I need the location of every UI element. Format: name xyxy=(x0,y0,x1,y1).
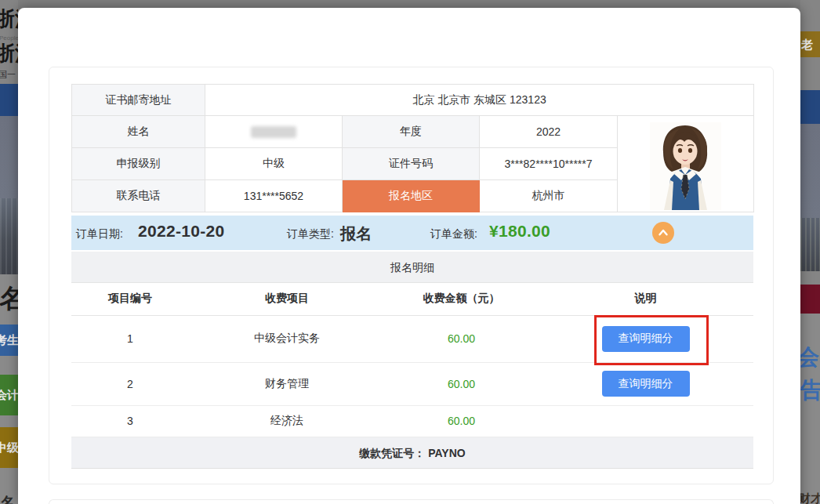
bg-nav-band xyxy=(0,84,18,116)
name-value xyxy=(205,116,343,148)
bg-blue-text-2: 告 xyxy=(800,379,820,401)
name-label: 姓名 xyxy=(72,116,205,148)
screen: 浙江 People 浙江 国一 名 考生 会计 中级 名 老 国会 告 财才 xyxy=(0,0,820,504)
bg-content-area-right: 国会 告 财才 xyxy=(800,314,820,504)
chevron-up-icon xyxy=(656,226,670,240)
bg-gray-strip-right xyxy=(800,271,820,285)
level-label: 申报级别 xyxy=(72,148,205,180)
order-amount-label: 订单金额: xyxy=(430,227,477,241)
fee-detail-table: 项目编号 收费项目 收费金额（元） 说明 1 中级会计实务 60.00 查询明细… xyxy=(71,283,753,437)
bg-header-area-right xyxy=(800,0,820,31)
id-number-value: 3***82****10*****7 xyxy=(480,148,618,180)
col-fee-amount: 收费金额（元） xyxy=(385,283,538,315)
background-left-strip: 浙江 People 浙江 国一 名 考生 会计 中级 名 xyxy=(0,0,18,504)
table-row: 姓名 年度 2022 xyxy=(72,116,754,148)
row-item: 中级会计实务 xyxy=(189,315,385,362)
row-action-cell xyxy=(538,405,753,437)
payno-value: PAYNO xyxy=(428,447,465,459)
row-action-cell: 查询明细分 xyxy=(538,362,753,405)
table-header-row: 项目编号 收费项目 收费金额（元） 说明 xyxy=(71,283,753,315)
bg-sky-image-right xyxy=(800,124,820,218)
order-type-label: 订单类型: xyxy=(287,227,334,241)
row-item: 财务管理 xyxy=(189,362,385,405)
table-row: 证书邮寄地址 北京 北京市 东城区 123123 xyxy=(72,85,754,116)
applicant-info-table: 证书邮寄地址 北京 北京市 东城区 123123 姓名 年度 2022 xyxy=(71,84,754,212)
avatar-photo xyxy=(618,116,754,212)
row-no: 3 xyxy=(71,405,189,437)
bg-content-area: 名 考生 会计 中级 名 xyxy=(0,274,18,504)
order-detail-modal: 证书邮寄地址 北京 北京市 东城区 123123 姓名 年度 2022 xyxy=(18,8,800,504)
site-logo-subtext-2: 国一 xyxy=(0,71,16,79)
row-no: 1 xyxy=(71,315,189,362)
bg-city-image xyxy=(0,198,18,274)
bg-headline-fragment: 名 xyxy=(0,285,18,311)
bg-city-image-right xyxy=(800,218,820,271)
row-no: 2 xyxy=(71,362,189,405)
address-value: 北京 北京市 东城区 123123 xyxy=(205,85,754,116)
site-logo-text-2: 浙江 xyxy=(0,44,18,64)
year-label: 年度 xyxy=(343,116,480,148)
order-amount-value: ¥180.00 xyxy=(489,222,550,241)
payno-label: 缴款凭证号： xyxy=(359,447,425,459)
col-item-no: 项目编号 xyxy=(71,283,189,315)
order-type-value: 报名 xyxy=(340,223,372,245)
bg-button-intermediate-label: 中级 xyxy=(0,441,18,455)
bg-gray-area-right xyxy=(800,57,820,90)
row-action-cell: 查询明细分 xyxy=(538,315,753,362)
bg-nav-band-right xyxy=(800,90,820,124)
bg-button-intermediate: 中级 xyxy=(0,427,18,468)
table-row: 1 中级会计实务 60.00 查询明细分 xyxy=(71,315,753,362)
year-value: 2022 xyxy=(480,116,618,148)
row-amount: 60.00 xyxy=(385,362,538,405)
row-item: 经济法 xyxy=(189,405,385,437)
col-fee-item: 收费项目 xyxy=(189,283,385,315)
bg-maroon-block xyxy=(800,285,820,314)
background-right-strip: 老 国会 告 财才 xyxy=(800,0,820,504)
order-summary-bar: 订单日期: 2022-10-20 订单类型: 报名 订单金额: ¥180.00 xyxy=(71,216,753,250)
bg-bottom-fragment-right: 财才 xyxy=(800,492,820,504)
col-remark: 说明 xyxy=(538,283,753,315)
bg-olive-badge: 老 xyxy=(800,31,820,57)
query-score-button[interactable]: 查询明细分 xyxy=(602,326,690,352)
level-value: 中级 xyxy=(205,148,343,180)
order-date-label: 订单日期: xyxy=(76,227,123,241)
table-row: 2 财务管理 60.00 查询明细分 xyxy=(71,362,753,405)
section-title: 报名明细 xyxy=(71,252,753,283)
address-label: 证书邮寄地址 xyxy=(72,85,205,116)
bg-button-accounting: 会计 xyxy=(0,375,18,415)
bg-olive-badge-label: 老 xyxy=(801,38,813,50)
bg-button-candidate-label: 考生 xyxy=(0,333,18,348)
bg-header-area: 浙江 People 浙江 国一 xyxy=(0,0,18,84)
avatar-illustration xyxy=(650,122,721,210)
bg-button-candidate: 考生 xyxy=(0,325,18,356)
site-logo-subtext-1: People xyxy=(0,35,18,42)
region-label-highlighted: 报名地区 xyxy=(343,180,480,212)
order-detail-card: 证书邮寄地址 北京 北京市 东城区 123123 姓名 年度 2022 xyxy=(49,67,774,484)
id-number-label: 证件号码 xyxy=(343,148,480,180)
bg-blue-text-1: 国会 xyxy=(800,346,819,368)
bg-bottom-fragment-left: 名 xyxy=(0,495,15,504)
bg-button-accounting-label: 会计 xyxy=(0,388,18,403)
payment-voucher-row: 缴款凭证号： PAYNO xyxy=(71,437,753,469)
collapse-button[interactable] xyxy=(652,222,674,244)
next-card-top-edge xyxy=(49,499,774,504)
row-amount: 60.00 xyxy=(385,405,538,437)
background-top-strip xyxy=(0,0,820,8)
site-logo-text-1: 浙江 xyxy=(0,9,18,30)
blurred-name xyxy=(251,126,296,138)
row-amount: 60.00 xyxy=(385,315,538,362)
bg-sky-image xyxy=(0,116,18,198)
region-value: 杭州市 xyxy=(480,180,618,212)
phone-value: 131****5652 xyxy=(205,180,343,212)
query-score-button[interactable]: 查询明细分 xyxy=(602,371,690,397)
order-date-value: 2022-10-20 xyxy=(138,222,224,241)
table-row: 3 经济法 60.00 xyxy=(71,405,753,437)
phone-label: 联系电话 xyxy=(72,180,205,212)
